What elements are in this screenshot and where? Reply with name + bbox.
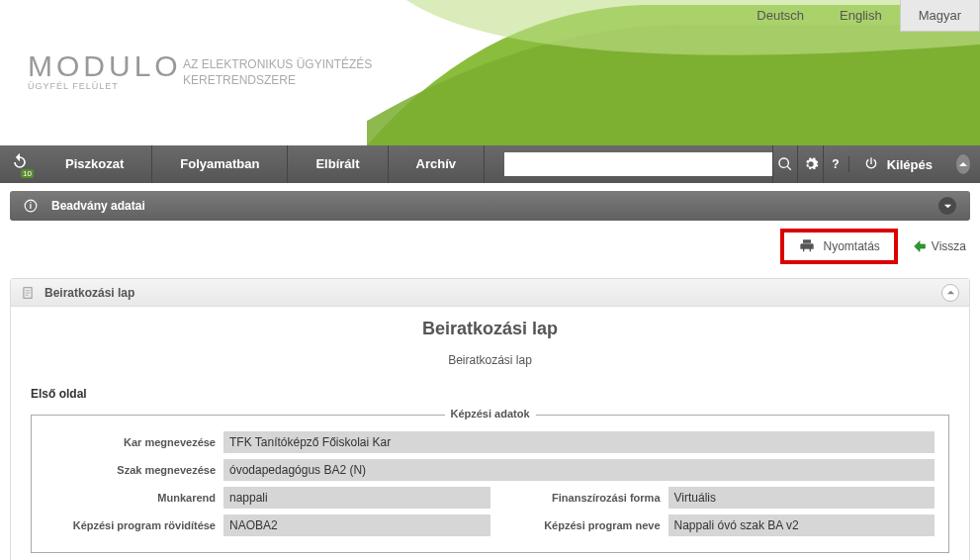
panel-toggle[interactable] bbox=[941, 284, 959, 302]
power-icon bbox=[863, 156, 879, 172]
label-munkarend: Munkarend bbox=[45, 492, 223, 504]
back-label: Vissza bbox=[932, 239, 966, 253]
svg-text:i: i bbox=[30, 202, 32, 211]
value-progneve: Nappali óvó szak BA v2 bbox=[668, 514, 935, 536]
help-button[interactable]: ? bbox=[823, 145, 848, 183]
refresh-button[interactable]: 10 bbox=[10, 152, 30, 176]
label-kar: Kar megnevezése bbox=[45, 436, 223, 448]
action-row: Nyomtatás Vissza bbox=[0, 221, 980, 278]
logout-label: Kilépés bbox=[887, 157, 933, 172]
section-title: Beadvány adatai bbox=[51, 199, 938, 213]
back-arrow-icon bbox=[912, 238, 928, 254]
menu-piszkozat[interactable]: Piszkozat bbox=[38, 145, 152, 183]
training-data-fieldset: Képzési adatok Kar megnevezése TFK Tanít… bbox=[31, 415, 949, 553]
value-rovid: NAOBA2 bbox=[223, 514, 490, 536]
logout-button[interactable]: Kilépés bbox=[848, 156, 946, 172]
search-icon bbox=[777, 156, 793, 172]
menu-collapse-button[interactable] bbox=[956, 154, 970, 174]
label-rovid: Képzési program rövidítése bbox=[45, 519, 223, 531]
tagline-line2: KERETRENDSZERE bbox=[183, 73, 372, 89]
value-kar: TFK Tanítóképző Főiskolai Kar bbox=[223, 431, 935, 453]
menu-archiv[interactable]: Archív bbox=[389, 145, 485, 183]
lang-hu[interactable]: Magyar bbox=[900, 0, 980, 32]
logo: MODULO ÜGYFÉL FELÜLET bbox=[28, 49, 182, 91]
logo-tagline: AZ ELEKTRONIKUS ÜGYINTÉZÉS KERETRENDSZER… bbox=[183, 57, 372, 88]
lang-en[interactable]: English bbox=[822, 0, 900, 32]
language-bar: Deutsch English Magyar bbox=[739, 0, 980, 32]
value-munkarend: nappali bbox=[223, 487, 490, 509]
fieldset-legend: Képzési adatok bbox=[444, 408, 535, 420]
print-icon bbox=[798, 238, 816, 254]
refresh-badge: 10 bbox=[21, 169, 34, 178]
document-icon bbox=[21, 286, 35, 300]
section-header: i Beadvány adatai bbox=[10, 191, 970, 221]
value-szak: óvodapedagógus BA2 (N) bbox=[223, 459, 935, 481]
lang-de[interactable]: Deutsch bbox=[739, 0, 822, 32]
panel-header: Beiratkozási lap bbox=[11, 279, 969, 307]
document-subtitle: Beiratkozási lap bbox=[31, 353, 949, 367]
menu-elbiralt[interactable]: Elbírált bbox=[288, 145, 388, 183]
page-header: Első oldal bbox=[31, 387, 949, 401]
label-progneve: Képzési program neve bbox=[490, 519, 668, 531]
gear-icon bbox=[803, 156, 819, 172]
search-input[interactable] bbox=[504, 152, 772, 176]
chevron-up-icon bbox=[958, 159, 968, 169]
print-label: Nyomtatás bbox=[824, 239, 880, 253]
svg-text:?: ? bbox=[833, 157, 840, 171]
back-link[interactable]: Vissza bbox=[912, 238, 966, 254]
document-title: Beiratkozási lap bbox=[31, 319, 949, 339]
chevron-down-icon bbox=[943, 202, 952, 211]
menu-folyamatban[interactable]: Folyamatban bbox=[152, 145, 288, 183]
settings-button[interactable] bbox=[797, 145, 823, 183]
help-icon: ? bbox=[828, 156, 844, 172]
tagline-line1: AZ ELEKTRONIKUS ÜGYINTÉZÉS bbox=[183, 57, 372, 73]
panel-title: Beiratkozási lap bbox=[45, 286, 941, 300]
main-menu: 10 Piszkozat Folyamatban Elbírált Archív… bbox=[0, 145, 980, 183]
logo-text: MODULO bbox=[28, 49, 182, 83]
print-button[interactable]: Nyomtatás bbox=[780, 229, 898, 264]
panel-body: Beiratkozási lap Beiratkozási lap Első o… bbox=[11, 307, 969, 560]
document-panel: Beiratkozási lap Beiratkozási lap Beirat… bbox=[10, 278, 970, 560]
info-icon: i bbox=[24, 199, 38, 213]
header: Deutsch English Magyar MODULO ÜGYFÉL FEL… bbox=[0, 0, 980, 145]
value-finansz: Virtuális bbox=[668, 487, 935, 509]
label-finansz: Finanszírozási forma bbox=[490, 492, 668, 504]
section-toggle[interactable] bbox=[938, 197, 956, 215]
label-szak: Szak megnevezése bbox=[45, 464, 223, 476]
chevron-up-icon bbox=[946, 288, 955, 297]
search-button[interactable] bbox=[772, 145, 798, 183]
